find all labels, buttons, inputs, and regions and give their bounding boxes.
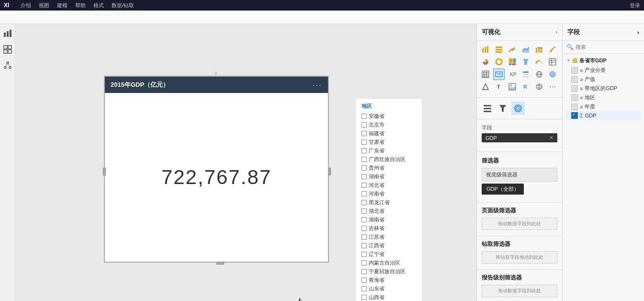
filled-map-icon[interactable] — [547, 69, 558, 80]
legend-checkbox[interactable] — [362, 243, 367, 248]
legend-checkbox[interactable] — [362, 131, 367, 136]
legend-item[interactable]: 甘肃省 — [362, 139, 416, 146]
menu-intro[interactable]: 介绍 — [21, 2, 31, 9]
legend-item[interactable]: 河南省 — [362, 190, 416, 197]
area-chart-icon[interactable] — [520, 44, 531, 55]
r-script-icon[interactable]: R — [520, 81, 531, 93]
funnel-filter-icon[interactable] — [496, 102, 509, 115]
fields-search[interactable]: 🔍 — [563, 41, 644, 54]
sidebar-chart-icon[interactable] — [2, 28, 13, 38]
legend-item[interactable]: 辽宁省 — [362, 251, 416, 258]
treemap-icon[interactable] — [507, 56, 518, 68]
field-item-niandu[interactable]: ≡ 年度 — [565, 102, 641, 111]
legend-item[interactable]: 山东省 — [362, 285, 416, 292]
legend-checkbox[interactable] — [362, 252, 367, 257]
menu-help[interactable]: 帮助 — [75, 2, 86, 9]
legend-item[interactable]: 内蒙古自治区 — [362, 259, 416, 266]
funnel-icon[interactable] — [520, 56, 531, 68]
field-item-chanzhi[interactable]: ≡ 产值 — [565, 75, 641, 84]
table-icon[interactable] — [547, 56, 558, 68]
card-icon[interactable] — [493, 69, 505, 80]
legend-item[interactable]: 黑龙江省 — [362, 199, 416, 206]
canvas-area[interactable]: 2015年GDP（亿元） ··· ≡ 722,767.87 地区 安徽省 北京市… — [15, 24, 476, 301]
sidebar-tree-icon[interactable] — [2, 60, 13, 71]
page-filter-drop-area[interactable]: 拖动数据字段到此处 — [482, 218, 557, 230]
column-chart-icon[interactable] — [493, 44, 505, 55]
slicer-icon[interactable] — [520, 69, 531, 80]
legend-checkbox[interactable] — [362, 295, 367, 300]
legend-item[interactable]: 湖南省 — [362, 216, 416, 223]
login-button[interactable]: 登录 — [630, 2, 640, 9]
legend-checkbox[interactable] — [362, 183, 367, 188]
legend-checkbox[interactable] — [362, 139, 367, 145]
drill-drop-area[interactable]: 将钻取字段拖动到此处 — [482, 251, 557, 264]
donut-chart-icon[interactable] — [493, 56, 505, 68]
resize-bottom-handle[interactable] — [216, 262, 224, 265]
report-drop-area[interactable]: 拖动数据字段到此处 — [482, 285, 557, 297]
visual-menu-dots[interactable]: ··· — [313, 81, 322, 89]
field-group-header[interactable]: ▼ ⊞ 各省市GDP — [565, 56, 641, 66]
menu-view[interactable]: 视图 — [39, 2, 49, 9]
legend-item[interactable]: 江西省 — [362, 242, 416, 249]
legend-checkbox[interactable] — [362, 114, 367, 119]
bar-chart-icon[interactable] — [480, 44, 491, 55]
pie-chart-icon[interactable] — [480, 56, 491, 68]
legend-checkbox[interactable] — [362, 278, 367, 283]
resize-right-handle[interactable] — [328, 168, 331, 175]
legend-checkbox[interactable] — [362, 208, 367, 214]
shape-icon[interactable] — [480, 81, 491, 93]
legend-checkbox[interactable] — [362, 157, 367, 162]
legend-checkbox[interactable] — [362, 174, 367, 179]
legend-item[interactable]: 江苏省 — [362, 233, 416, 241]
legend-item[interactable]: 宁夏回族自治区 — [362, 268, 416, 275]
gauge-icon[interactable] — [533, 56, 545, 68]
legend-item[interactable]: 贵州省 — [362, 164, 416, 172]
legend-checkbox[interactable] — [362, 217, 367, 222]
line-chart-icon[interactable] — [507, 44, 518, 55]
field-item-daididpg[interactable]: ≡ 带地区的GDP — [565, 84, 641, 93]
legend-checkbox[interactable] — [362, 200, 367, 205]
legend-checkbox[interactable] — [362, 191, 367, 197]
menu-format[interactable]: 格式 — [93, 2, 104, 9]
legend-item[interactable]: 福建省 — [362, 130, 416, 137]
legend-item[interactable]: 山西省 — [362, 294, 416, 301]
field-item-chanye[interactable]: ≡ 产业分类 — [565, 66, 641, 75]
sidebar-grid-icon[interactable] — [2, 44, 13, 55]
more-visuals-icon[interactable]: ··· — [547, 81, 558, 93]
gdp-filter-tag[interactable]: GDP（全部） — [482, 184, 524, 195]
scatter-icon[interactable] — [547, 44, 558, 55]
format-icon[interactable] — [481, 102, 494, 115]
legend-item[interactable]: 广西壮族自治区 — [362, 156, 416, 163]
kpi-icon[interactable]: KPI — [507, 69, 518, 80]
menu-data[interactable]: 数据/钻取 — [112, 2, 134, 9]
matrix-icon[interactable] — [480, 69, 491, 80]
field-item-diqu[interactable]: ≡ 地区 — [565, 93, 641, 102]
combo-chart-icon[interactable] — [533, 44, 545, 55]
field-dropdown[interactable]: GDP ✕ — [482, 133, 557, 142]
legend-item[interactable]: 青海省 — [362, 277, 416, 284]
legend-checkbox[interactable] — [362, 122, 367, 127]
legend-item[interactable]: 广东省 — [362, 147, 416, 154]
menu-model[interactable]: 建模 — [57, 2, 68, 9]
map-icon[interactable] — [533, 69, 545, 80]
legend-checkbox[interactable] — [362, 234, 367, 240]
legend-checkbox[interactable] — [362, 260, 367, 266]
legend-item[interactable]: 湖北省 — [362, 208, 416, 215]
legend-checkbox[interactable] — [362, 148, 367, 153]
legend-item[interactable]: 吉林省 — [362, 225, 416, 232]
legend-item[interactable]: 湖南省 — [362, 173, 416, 180]
fields-panel-chevron[interactable]: › — [637, 29, 639, 36]
legend-checkbox[interactable] — [362, 226, 367, 231]
resize-left-handle[interactable] — [103, 168, 106, 175]
legend-item[interactable]: 河北省 — [362, 182, 416, 189]
image-icon[interactable] — [507, 81, 518, 93]
legend-checkbox[interactable] — [362, 286, 367, 291]
legend-checkbox[interactable] — [362, 165, 367, 171]
legend-item[interactable]: 北京市 — [362, 121, 416, 128]
legend-checkbox[interactable] — [362, 269, 367, 274]
visual-card[interactable]: 2015年GDP（亿元） ··· ≡ 722,767.87 — [104, 76, 329, 263]
legend-item[interactable]: 安徽省 — [362, 113, 416, 120]
analytics-icon[interactable] — [511, 102, 525, 115]
viz-panel-chevron[interactable]: › — [555, 29, 557, 35]
field-item-gdp[interactable]: Σ GDP — [565, 111, 641, 120]
